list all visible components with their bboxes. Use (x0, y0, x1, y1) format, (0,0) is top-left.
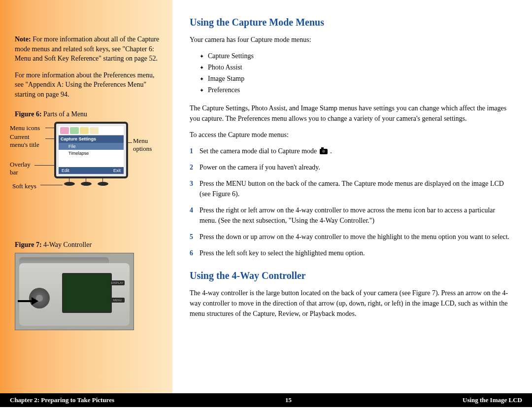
list-item: Preferences (200, 85, 512, 95)
step: 4Press the right or left arrow on the 4-… (190, 205, 512, 226)
soft-key (98, 182, 108, 186)
page-footer: Chapter 2: Preparing to Take Pictures 15… (0, 393, 532, 407)
step: 3Press the MENU button on the back of th… (190, 178, 512, 199)
figure-6-caption: Figure 6: Parts of a Menu (15, 109, 163, 119)
menu-icon (70, 127, 79, 134)
menu-option: Timelapse (59, 150, 124, 157)
sidebar: Note: For more information about all of … (0, 0, 172, 393)
menu-option: File (59, 143, 124, 150)
label-soft-keys: Soft keys (12, 182, 36, 191)
list-item: Capture Settings (200, 51, 512, 61)
figure-7-camera: DISPLAY MENU (15, 253, 134, 330)
menu-icon (60, 127, 69, 134)
camera-lcd (62, 273, 112, 313)
step: 6Press the left soft key to select the h… (190, 248, 512, 258)
camera-icon (320, 149, 328, 154)
steps-list: 1Set the camera mode dial to Capture mod… (190, 146, 512, 258)
display-button: DISPLAY (110, 280, 125, 285)
menu-icon (90, 127, 99, 134)
figure-6-diagram: Menu icons Current menu's title Overlay … (15, 122, 158, 201)
lcd-screen: Capture Settings File Timelapse Edit Exi… (54, 122, 128, 178)
menu-title: Capture Settings (59, 136, 124, 143)
list-item: Image Stamp (200, 73, 512, 84)
soft-key (64, 182, 75, 186)
main-content: Using the Capture Mode Menus Your camera… (172, 0, 532, 393)
note-paragraph: Note: For more information about all of … (15, 34, 163, 64)
menu-icon (80, 127, 89, 134)
heading-4way: Using the 4-Way Controller (190, 268, 512, 283)
intro-text: Your camera has four Capture mode menus: (190, 34, 512, 45)
step: 2Power on the camera if you haven't alre… (190, 162, 512, 172)
menu-list: Capture Settings Photo Assist Image Stam… (200, 51, 512, 95)
pointer-arrow (18, 300, 33, 302)
body-text: The 4-way controller is the large button… (190, 288, 512, 319)
footer-chapter: Chapter 2: Preparing to Take Pictures (10, 396, 114, 404)
heading-capture-mode: Using the Capture Mode Menus (190, 15, 512, 30)
menu-button: MENU (110, 298, 125, 303)
soft-key (81, 182, 92, 186)
soft-keys (64, 182, 108, 186)
body-text: The Capture Settings, Photo Assist, and … (190, 103, 512, 124)
body-text: To access the Capture mode menus: (190, 130, 512, 140)
list-item: Photo Assist (200, 62, 512, 72)
figure-7-caption: Figure 7: 4-Way Controller (15, 240, 163, 250)
note-label: Note: (15, 35, 31, 43)
label-menu-icons: Menu icons (10, 124, 40, 133)
step: 1Set the camera mode dial to Capture mod… (190, 146, 512, 156)
footer-page-number: 15 (285, 396, 292, 404)
pref-paragraph: For more information about the Preferenc… (15, 70, 163, 100)
overlay-bar: Edit Exit (59, 167, 124, 174)
footer-section: Using the Image LCD (463, 396, 522, 404)
menu-icon-bar (59, 126, 124, 136)
step: 5Press the down or up arrow on the 4-way… (190, 232, 512, 242)
